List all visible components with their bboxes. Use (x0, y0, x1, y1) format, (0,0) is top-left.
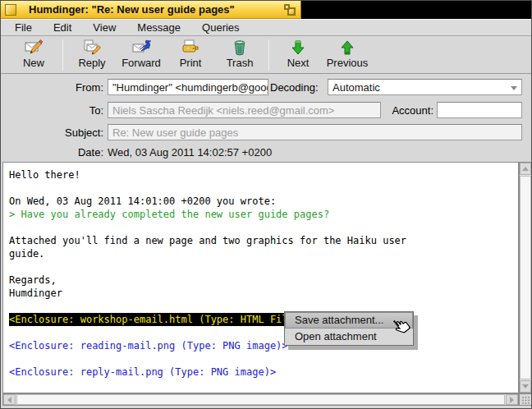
body-line (9, 182, 518, 195)
body-line-text[interactable]: > Have you already completed the new use… (9, 208, 329, 221)
print-button[interactable]: Print (166, 39, 215, 71)
vertical-scrollbar-thumb[interactable] (520, 176, 531, 379)
window-title: Humdinger: "Re: New user guide pages" (29, 3, 235, 16)
previous-button[interactable]: Previous (323, 39, 372, 71)
menu-message[interactable]: Message (135, 21, 183, 34)
arrow-down-icon (522, 384, 529, 388)
next-button[interactable]: Next (273, 39, 323, 71)
open-attachment-menu-item[interactable]: Open attachment (285, 329, 413, 345)
toolbar: New Reply Forward (1, 36, 531, 74)
scroll-up-button[interactable] (520, 163, 531, 175)
print-icon (181, 39, 200, 57)
trash-button-label: Trash (227, 57, 254, 69)
account-field[interactable] (437, 102, 522, 118)
body-line-text[interactable]: Humdinger (9, 287, 62, 300)
body-line (9, 300, 518, 313)
print-button-label: Print (180, 57, 202, 69)
subject-field[interactable]: Re: New user guide pages (108, 124, 522, 140)
menu-file[interactable]: File (12, 21, 34, 34)
scroll-left-button[interactable] (3, 394, 16, 405)
decoding-value: Automatic (332, 81, 380, 94)
to-field[interactable]: Niels Sascha Reedijk <niels.reed@gmail.c… (108, 102, 381, 118)
body-line-text[interactable]: <Enclosure: workshop-email.html (Type: H… (9, 313, 305, 326)
body-line: > Have you already completed the new use… (9, 208, 518, 221)
previous-icon (337, 39, 357, 57)
body-line-text[interactable]: On Wed, 03 Aug 2011 14:01:00 +0200 you w… (9, 195, 276, 208)
message-body[interactable]: Hello there! On Wed, 03 Aug 2011 14:01:0… (2, 162, 519, 393)
mail-window: Humdinger: "Re: New user guide pages" Fi… (0, 0, 532, 409)
body-line-text[interactable]: <Enclosure: reading-mail.png (Type: PNG … (9, 339, 288, 352)
body-line: <Enclosure: reply-mail.png (Type: PNG im… (9, 365, 518, 379)
body-line: On Wed, 03 Aug 2011 14:01:00 +0200 you w… (9, 195, 518, 208)
scroll-down-button[interactable] (520, 380, 531, 393)
arrow-up-icon (522, 167, 529, 171)
arrow-left-icon (7, 397, 11, 403)
account-label: Account: (354, 104, 433, 117)
body-line (9, 260, 518, 273)
body-line (9, 221, 518, 234)
to-label: To: (1, 104, 103, 117)
menu-edit[interactable]: Edit (51, 21, 74, 34)
resize-corner[interactable] (519, 393, 532, 406)
body-line (9, 326, 518, 339)
body-line (9, 352, 518, 365)
close-button[interactable] (5, 4, 16, 16)
arrow-right-icon (510, 397, 514, 403)
body-line: Hello there! (9, 168, 518, 182)
new-button[interactable]: New (9, 39, 58, 71)
body-line-text[interactable]: Attached you'll find a new page and two … (9, 234, 406, 247)
body-line: Regards, (9, 273, 518, 287)
horizontal-scrollbar-thumb[interactable] (16, 394, 505, 405)
resize-grip-icon (521, 396, 530, 404)
horizontal-scrollbar[interactable] (2, 393, 519, 406)
save-attachment-menu-item[interactable]: Save attachment... (285, 312, 413, 329)
forward-button[interactable]: Forward (117, 39, 166, 71)
body-line: <Enclosure: workshop-email.html (Type: H… (9, 313, 518, 326)
toolbar-separator (62, 39, 63, 71)
body-line: Humdinger (9, 287, 518, 300)
decoding-dropdown[interactable]: Automatic (328, 79, 522, 95)
reply-button[interactable]: Reply (67, 39, 117, 71)
date-value: Wed, 03 Aug 2011 14:02:57 +0200 (108, 146, 272, 159)
from-field[interactable]: "Humdinger" <humdingerb@goog (108, 79, 268, 95)
scroll-right-button[interactable] (506, 394, 518, 405)
reply-icon (82, 39, 102, 57)
subject-label: Subject: (1, 126, 103, 139)
zoom-button[interactable] (284, 4, 296, 16)
chevron-down-icon (511, 86, 517, 90)
decoding-label: Decoding: (270, 81, 319, 94)
titlebar-row: Humdinger: "Re: New user guide pages" (1, 1, 531, 19)
menu-view[interactable]: View (90, 21, 118, 34)
vertical-scrollbar[interactable] (519, 162, 532, 393)
attachment-context-menu: Save attachment... Open attachment (284, 311, 414, 346)
window-title-tab[interactable]: Humdinger: "Re: New user guide pages" (1, 1, 301, 19)
next-icon (288, 39, 308, 57)
body-line-text[interactable]: Regards, (9, 273, 57, 287)
trash-icon (230, 39, 250, 57)
message-header-area: From: "Humdinger" <humdingerb@goog Decod… (1, 74, 531, 162)
new-mail-icon (24, 39, 44, 57)
trash-button[interactable]: Trash (215, 39, 264, 71)
previous-button-label: Previous (327, 57, 369, 69)
reply-button-label: Reply (78, 57, 105, 69)
forward-icon (131, 39, 151, 57)
forward-button-label: Forward (122, 57, 161, 69)
menu-queries[interactable]: Queries (200, 21, 242, 34)
new-button-label: New (23, 57, 44, 69)
next-button-label: Next (287, 57, 310, 69)
body-line-text[interactable]: Hello there! (9, 168, 80, 182)
from-label: From: (1, 81, 103, 94)
body-line-text[interactable]: <Enclosure: reply-mail.png (Type: PNG im… (9, 365, 276, 379)
date-label: Date: (1, 146, 103, 159)
toolbar-separator (268, 39, 269, 71)
body-line-text[interactable]: guide. (9, 247, 44, 260)
body-line: <Enclosure: reading-mail.png (Type: PNG … (9, 339, 518, 352)
body-line: Attached you'll find a new page and two … (9, 234, 518, 247)
body-line: guide. (9, 247, 518, 260)
menubar: File Edit View Message Queries (1, 19, 531, 36)
